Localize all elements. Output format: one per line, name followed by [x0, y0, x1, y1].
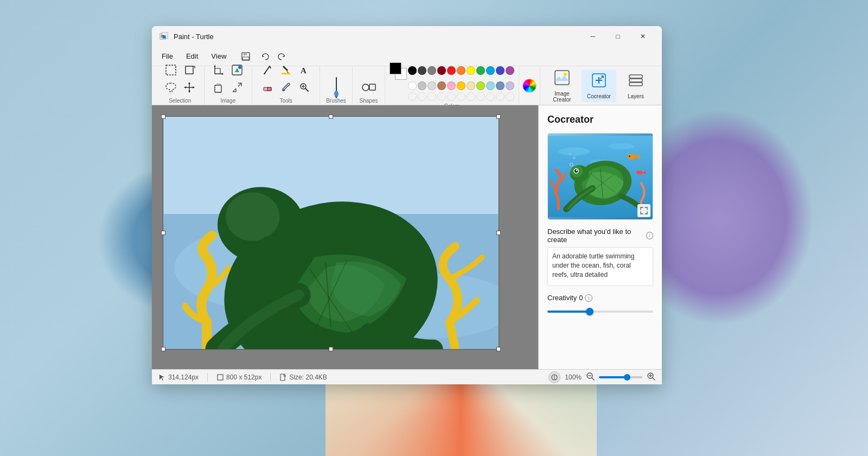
pencil-button[interactable]: [259, 62, 276, 78]
rotate-button[interactable]: [181, 62, 198, 78]
color-lime[interactable]: [476, 81, 485, 90]
handle-top-right[interactable]: [496, 115, 501, 119]
svg-point-62: [629, 155, 630, 157]
cocreator-icon: [590, 72, 608, 92]
eyedropper-button[interactable]: [277, 79, 295, 96]
color-darkgray[interactable]: [418, 66, 426, 75]
color-lightblue[interactable]: [486, 81, 495, 90]
color-darkred[interactable]: [437, 66, 446, 75]
color-transparent-5[interactable]: [447, 92, 456, 101]
color-transparent-4[interactable]: [437, 92, 446, 101]
expand-image-button[interactable]: [637, 204, 650, 217]
color-transparent-9[interactable]: [486, 92, 495, 101]
color-transparent-2[interactable]: [418, 92, 426, 101]
image-creator-label: Image Creator: [550, 91, 574, 103]
move-button[interactable]: [181, 79, 198, 96]
cocreator-title: Cocreator: [547, 114, 653, 125]
layers-button[interactable]: Layers: [618, 69, 653, 102]
svg-point-53: [226, 192, 280, 241]
color-white[interactable]: [408, 81, 417, 90]
menu-file[interactable]: File: [156, 50, 178, 62]
svg-point-14: [214, 66, 216, 67]
ribbon-group-selection: Selection: [156, 66, 205, 105]
color-black[interactable]: [408, 66, 417, 75]
text-button[interactable]: A: [296, 62, 313, 78]
color-transparent-3[interactable]: [427, 92, 436, 101]
image-creator-button[interactable]: Image Creator: [545, 69, 579, 102]
color-yellow[interactable]: [467, 66, 475, 75]
titlebar: Paint - Turtle ─ □ ✕: [152, 26, 662, 47]
color-orange[interactable]: [457, 66, 465, 75]
zoom-thumb[interactable]: [624, 374, 630, 381]
bg-remove-button[interactable]: [228, 62, 246, 78]
menu-view[interactable]: View: [206, 50, 232, 62]
creativity-info-icon[interactable]: i: [585, 294, 592, 302]
color-purple[interactable]: [506, 66, 514, 75]
svg-point-58: [558, 147, 590, 155]
describe-textarea[interactable]: [547, 247, 653, 286]
color-transparent-1[interactable]: [408, 92, 417, 101]
maximize-button[interactable]: □: [605, 28, 630, 45]
color-lavender[interactable]: [506, 81, 514, 90]
color-brown[interactable]: [437, 81, 446, 90]
drawing-canvas[interactable]: [152, 105, 538, 369]
cocreator-button[interactable]: Cocreator: [582, 69, 616, 102]
handle-bottom-center[interactable]: [329, 347, 333, 351]
divider-1: [207, 373, 208, 382]
menu-edit[interactable]: Edit: [181, 50, 203, 62]
zoom-in-button[interactable]: [647, 372, 655, 382]
color-gray[interactable]: [427, 66, 436, 75]
handle-bottom-left[interactable]: [161, 347, 165, 351]
shapes-button[interactable]: [360, 79, 378, 96]
color-cream[interactable]: [467, 81, 475, 90]
handle-top-left[interactable]: [161, 115, 165, 119]
minimize-button[interactable]: ─: [580, 28, 605, 45]
color-picker-button[interactable]: [522, 79, 537, 93]
fill-button[interactable]: [277, 62, 295, 78]
eraser-button[interactable]: [259, 79, 276, 96]
color-green[interactable]: [476, 66, 485, 75]
describe-info-icon[interactable]: i: [646, 232, 653, 239]
close-button[interactable]: ✕: [630, 28, 655, 45]
handle-middle-right[interactable]: [496, 231, 501, 235]
svg-rect-78: [218, 375, 223, 380]
creativity-slider[interactable]: [547, 306, 653, 317]
ribbon-group-tools: A Tools: [252, 66, 320, 105]
color-gold[interactable]: [457, 81, 465, 90]
handle-middle-left[interactable]: [161, 231, 165, 235]
reference-image-frame: [547, 133, 653, 220]
image-tools: [209, 62, 248, 96]
color-mode-button[interactable]: [548, 371, 560, 383]
ribbon-group-brushes: Brushes: [320, 66, 353, 105]
color-transparent-7[interactable]: [467, 92, 475, 101]
color-lightgray2[interactable]: [427, 81, 436, 90]
creativity-thumb[interactable]: [586, 308, 593, 315]
zoom-slider[interactable]: [599, 376, 642, 378]
color-transparent-11[interactable]: [506, 92, 514, 101]
zoom-out-button[interactable]: [586, 372, 595, 382]
svg-rect-19: [216, 84, 221, 85]
color-blue[interactable]: [496, 66, 505, 75]
handle-top-center[interactable]: [329, 115, 333, 119]
svg-rect-43: [629, 83, 642, 86]
color-cyan[interactable]: [486, 66, 495, 75]
svg-rect-36: [369, 84, 375, 90]
layers-icon: [627, 72, 644, 92]
brush-button[interactable]: [328, 79, 345, 96]
color-red[interactable]: [447, 66, 456, 75]
color-transparent-10[interactable]: [496, 92, 505, 101]
crop-button[interactable]: [210, 62, 227, 78]
color-lightgray[interactable]: [418, 81, 426, 90]
zoom-tool-button[interactable]: [296, 79, 313, 96]
lasso-selection-button[interactable]: [162, 79, 180, 96]
divider-2: [270, 373, 271, 382]
rectangular-selection-button[interactable]: [162, 62, 180, 78]
color-transparent-6[interactable]: [457, 92, 465, 101]
resize-button[interactable]: [228, 79, 246, 96]
handle-bottom-right[interactable]: [496, 347, 501, 351]
color-pink[interactable]: [447, 81, 456, 90]
color-transparent-8[interactable]: [476, 92, 485, 101]
paste-button[interactable]: [210, 79, 227, 96]
color-steelblue[interactable]: [496, 81, 505, 90]
cocreator-panel: Cocreator: [538, 105, 662, 369]
